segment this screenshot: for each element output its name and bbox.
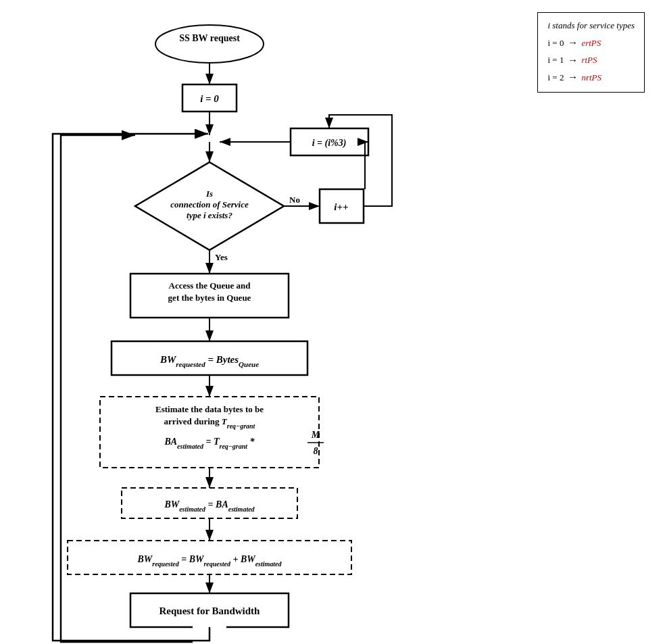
access-queue-label-1: Access the Queue and <box>169 280 251 291</box>
diagram-container: i stands for service types i = 0 → ertPS… <box>0 0 665 644</box>
estimate-label-1: Estimate the data bytes to be <box>155 404 264 414</box>
increment-label: i++ <box>334 201 348 212</box>
decision-label-3: type i exists? <box>187 210 232 220</box>
bw-sum-node <box>68 541 351 574</box>
yes-label: Yes <box>215 252 228 262</box>
fraction-8: 8 <box>314 446 318 456</box>
decision-label-1: Is <box>205 189 213 199</box>
start-label: SS BW request <box>179 33 240 43</box>
update-label: i = (i%3) <box>312 138 347 149</box>
no-label: No <box>289 195 300 205</box>
fraction-M: M <box>311 430 320 440</box>
flowchart-svg: SS BW request i = 0 i = (i%3) Is connect… <box>0 0 665 644</box>
decision-label-2: connection of Service <box>170 199 249 209</box>
request-bw-label: Request for Bandwidth <box>159 605 261 616</box>
access-queue-label-2: get the bytes in Queue <box>168 293 251 303</box>
start-node <box>155 25 264 63</box>
init-label: i = 0 <box>200 93 219 104</box>
